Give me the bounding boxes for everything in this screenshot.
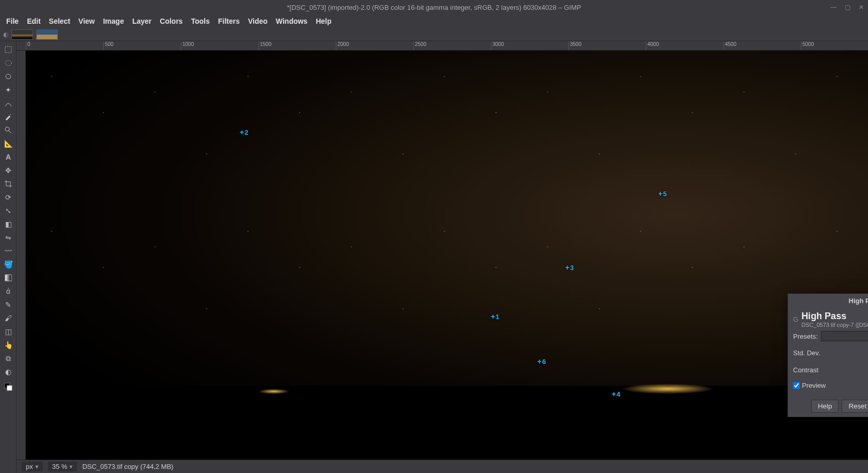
menu-windows[interactable]: Windows [273, 16, 311, 26]
menu-tools[interactable]: Tools [188, 16, 213, 26]
presets-label: Presets: [793, 333, 818, 340]
minimize-icon[interactable]: — [830, 4, 836, 11]
wilber-icon: ◐ [3, 31, 8, 38]
smudge-tool[interactable]: 👆 [2, 339, 14, 351]
sample-point-2[interactable]: 2 [240, 128, 248, 136]
preview-checkbox[interactable] [793, 382, 800, 389]
sample-point-6[interactable]: 6 [537, 357, 546, 366]
paintbrush-tool[interactable]: 🖌 [2, 312, 14, 324]
image-tab-bar: ◐ [0, 28, 868, 41]
menu-file[interactable]: File [3, 16, 22, 26]
clone-tool[interactable]: ⧉ [2, 352, 14, 365]
flip-tool[interactable]: ⇋ [2, 231, 14, 244]
dodge-burn-tool[interactable]: ◐ [2, 366, 14, 378]
status-bar: px▾ 35 %▾ DSC_0573.tif copy (744,2 MB) [17, 460, 868, 473]
presets-select[interactable]: ▾ [821, 331, 868, 341]
preview-label: Preview [802, 382, 826, 389]
color-picker-tool[interactable] [2, 111, 14, 123]
menu-help[interactable]: Help [313, 16, 334, 26]
mypaint-brush-tool[interactable]: ά [2, 285, 14, 297]
menu-view[interactable]: View [75, 16, 98, 26]
warp-tool[interactable]: 〰 [2, 245, 14, 257]
sample-point-1[interactable]: 1 [491, 312, 499, 321]
menu-edit[interactable]: Edit [24, 16, 43, 26]
text-tool[interactable]: A [2, 151, 14, 163]
free-select-tool[interactable] [2, 70, 14, 83]
gegl-icon: G [793, 316, 798, 323]
ruler-vertical [17, 51, 26, 460]
move-tool[interactable]: ✥ [2, 164, 14, 177]
ellipse-select-tool[interactable] [2, 57, 14, 69]
high-pass-dialog: High Pass ✕ G High Pass DSC_0573.tif cop… [787, 293, 868, 417]
reset-button[interactable]: Reset [842, 400, 868, 413]
eraser-tool[interactable]: ◫ [2, 325, 14, 338]
measure-tool[interactable]: 📐 [2, 137, 14, 150]
svg-point-1 [5, 60, 11, 66]
scale-tool[interactable]: ⤡ [2, 204, 14, 217]
bucket-fill-tool[interactable]: 🪣 [2, 258, 14, 271]
zoom-select[interactable]: 35 %▾ [48, 462, 78, 471]
help-button[interactable]: Help [811, 400, 839, 413]
menu-video[interactable]: Video [245, 16, 271, 26]
menu-image[interactable]: Image [100, 16, 127, 26]
svg-rect-0 [5, 46, 11, 53]
svg-rect-5 [7, 386, 12, 391]
menu-bar: File Edit Select View Image Layer Colors… [0, 14, 868, 28]
window-title: *[DSC_0573] (imported)-2.0 (RGB color 16… [287, 4, 581, 11]
toolbox: ✦ 📐 A ✥ ⟳ ⤡ ◧ ⇋ 〰 🪣 ά ✎ 🖌 ◫ 👆 ⧉ ◐ [0, 41, 17, 473]
crop-tool[interactable] [2, 178, 14, 190]
window-titlebar: *[DSC_0573] (imported)-2.0 (RGB color 16… [0, 0, 868, 14]
zoom-tool[interactable] [2, 124, 14, 136]
rect-select-tool[interactable] [2, 43, 14, 56]
pencil-tool[interactable]: ✎ [2, 298, 14, 311]
sample-point-5[interactable]: 5 [658, 190, 667, 198]
sample-point-4[interactable]: 4 [612, 390, 620, 398]
fg-bg-swatch[interactable] [2, 379, 14, 395]
paths-tool[interactable] [2, 97, 14, 109]
status-text: DSC_0573.tif copy (744,2 MB) [82, 463, 173, 470]
menu-filters[interactable]: Filters [215, 16, 243, 26]
image-tab-thumb[interactable] [11, 29, 33, 40]
close-icon[interactable]: ✕ [859, 4, 864, 11]
fuzzy-select-tool[interactable]: ✦ [2, 84, 14, 96]
menu-select[interactable]: Select [46, 16, 73, 26]
unified-transform-tool[interactable]: ◧ [2, 218, 14, 230]
contrast-label: Contrast [793, 366, 818, 374]
dialog-heading: High Pass [801, 311, 868, 322]
menu-colors[interactable]: Colors [157, 16, 185, 26]
image-tab-thumb[interactable] [36, 29, 58, 40]
std-dev-label: Std. Dev. [793, 349, 820, 357]
gradient-tool[interactable] [2, 272, 14, 284]
unit-select[interactable]: px▾ [22, 462, 43, 471]
image-canvas[interactable]: 1 2 3 4 5 6 High Pass ✕ G [26, 51, 868, 460]
menu-layer[interactable]: Layer [129, 16, 154, 26]
rotate-tool[interactable]: ⟳ [2, 191, 14, 203]
sample-point-3[interactable]: 3 [565, 263, 574, 272]
ruler-horizontal: 0500100015002000250030003500400045005000… [17, 41, 868, 51]
maximize-icon[interactable]: ▢ [845, 4, 850, 11]
dialog-subtitle: DSC_0573.tif copy-7 ([DSC_05... [801, 322, 868, 328]
dialog-title: High Pass [849, 297, 868, 305]
svg-point-2 [5, 127, 9, 131]
svg-rect-3 [5, 275, 11, 281]
